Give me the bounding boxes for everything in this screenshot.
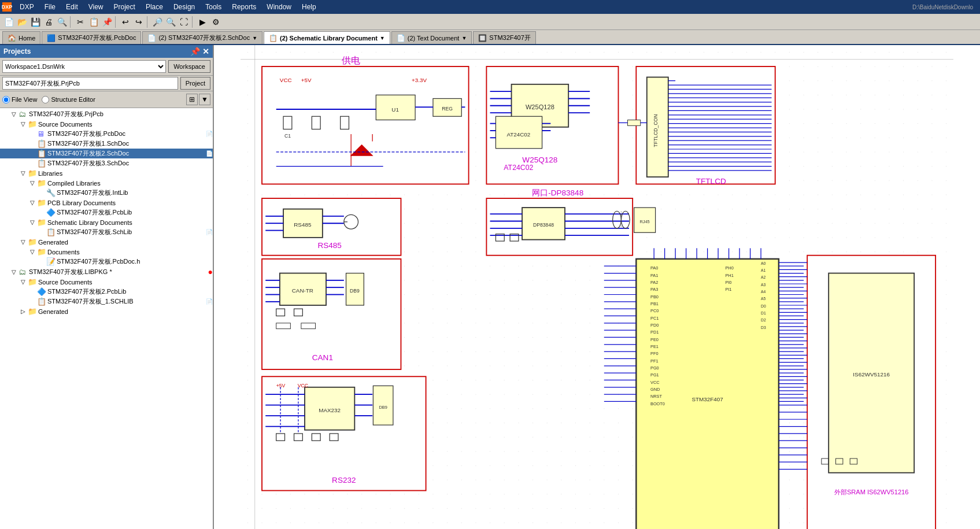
generated-2-label: Generated bbox=[38, 308, 213, 315]
tabbar: 🏠 Home 🟦 STM32F407开发板.PcbDoc 📄 (2) STM32… bbox=[0, 30, 980, 45]
menu-project[interactable]: Project bbox=[109, 2, 140, 12]
tree-schdoc3[interactable]: 📋 STM32F407开发板3.SchDoc bbox=[0, 158, 213, 168]
cut-btn[interactable]: ✂ bbox=[74, 16, 87, 28]
tree-generated-1[interactable]: ▽ 📁 Generated bbox=[0, 237, 213, 247]
tree-schlib[interactable]: 📋 STM32F407开发板.SchLib 📄 bbox=[0, 227, 213, 237]
svg-text:IS62WV51216: IS62WV51216 bbox=[853, 371, 890, 378]
tree-pcbdoc[interactable]: 🖥 STM32F407开发板.PcbDoc 📄 bbox=[0, 129, 213, 139]
svg-text:PF1: PF1 bbox=[650, 358, 659, 364]
sep4 bbox=[192, 16, 194, 28]
main-content: Projects 📌 ✕ Workspace1.DsnWrk Workspace… bbox=[0, 45, 980, 529]
tree-schlib2[interactable]: 📋 STM32F407开发板_1.SCHLIB 📄 bbox=[0, 297, 213, 306]
svg-text:+3.3V: +3.3V bbox=[412, 77, 427, 83]
workspace-button[interactable]: Workspace bbox=[168, 60, 210, 73]
tree-sch-lib-docs[interactable]: ▽ 📁 Schematic Library Documents bbox=[0, 217, 213, 227]
source-docs-1-toggle[interactable]: ▽ bbox=[19, 121, 28, 127]
generated-2-toggle[interactable]: ▷ bbox=[19, 308, 28, 315]
sch-lib-docs-toggle[interactable]: ▽ bbox=[28, 219, 37, 225]
root2-toggle[interactable]: ▽ bbox=[9, 269, 19, 275]
sch-lib-docs-icon: 📁 bbox=[37, 218, 47, 227]
view-icon-btn1[interactable]: ⊞ bbox=[186, 94, 198, 105]
pin-icon[interactable]: 📌 bbox=[190, 47, 200, 56]
close-panel-icon[interactable]: ✕ bbox=[202, 47, 209, 56]
menu-edit[interactable]: Edit bbox=[61, 2, 83, 12]
tree-pcblib[interactable]: 🔷 STM32F407开发板.PcbLib bbox=[0, 208, 213, 217]
generated-1-toggle[interactable]: ▽ bbox=[19, 239, 28, 245]
tree-compiled-libs[interactable]: ▽ 📁 Compiled Libraries bbox=[0, 178, 213, 188]
view-icon-btn2[interactable]: ▼ bbox=[199, 94, 210, 105]
svg-text:PA0: PA0 bbox=[650, 265, 658, 271]
project-input[interactable] bbox=[2, 77, 178, 90]
menu-window[interactable]: Window bbox=[262, 2, 296, 12]
tree-root1[interactable]: ▽ 🗂 STM32F407开发板.PrjPcb bbox=[0, 109, 213, 119]
tree-pcb-lib-docs[interactable]: ▽ 📁 PCB Library Documents bbox=[0, 198, 213, 208]
pcblib-label: STM32F407开发板.PcbLib bbox=[57, 208, 213, 217]
open-btn[interactable]: 📂 bbox=[16, 16, 28, 28]
zoomfit-btn[interactable]: ⛶ bbox=[177, 16, 190, 28]
tree-pcbdoc-h[interactable]: 📝 STM32F407开发板.PcbDoc.h bbox=[0, 257, 213, 267]
run-btn[interactable]: ▶ bbox=[196, 16, 209, 28]
structure-editor-radio[interactable]: Structure Editor bbox=[42, 96, 95, 103]
tab-textdoc[interactable]: 📄 (2) Text Document ▼ bbox=[391, 31, 472, 44]
root1-toggle[interactable]: ▽ bbox=[9, 111, 19, 117]
generated-1-icon: 📁 bbox=[28, 238, 38, 246]
schdoc2-arrow: ▼ bbox=[252, 35, 257, 41]
menu-reports[interactable]: Reports bbox=[227, 2, 261, 12]
menu-file[interactable]: File bbox=[40, 2, 60, 12]
schematic-area[interactable]: 供电 U1 REG C1 bbox=[214, 45, 980, 529]
tree-pcblib2[interactable]: 🔷 STM32F407开发板2.PcbLib bbox=[0, 287, 213, 297]
svg-text:PA2: PA2 bbox=[650, 280, 658, 285]
tree-intlib[interactable]: 🔧 STM32F407开发板.IntLib bbox=[0, 188, 213, 198]
zoomout-btn[interactable]: 🔍 bbox=[164, 16, 177, 28]
tree-root2[interactable]: ▽ 🗂 STM32F407开发板.LIBPKG * ● bbox=[0, 267, 213, 277]
tree-schdoc1[interactable]: 📋 STM32F407开发板1.SchDoc bbox=[0, 139, 213, 149]
source-docs-1-icon: 📁 bbox=[28, 120, 38, 128]
intlib-icon: 🔧 bbox=[46, 188, 57, 197]
svg-text:A0: A0 bbox=[761, 261, 766, 265]
documents-folder-toggle[interactable]: ▽ bbox=[28, 249, 37, 255]
libraries-toggle[interactable]: ▽ bbox=[19, 170, 28, 176]
tree-libraries[interactable]: ▽ 📁 Libraries bbox=[0, 168, 213, 178]
copy-btn[interactable]: 📋 bbox=[87, 16, 100, 28]
tab-home[interactable]: 🏠 Home bbox=[2, 31, 40, 44]
menu-design[interactable]: Design bbox=[169, 2, 199, 12]
menu-view[interactable]: View bbox=[84, 2, 108, 12]
print-btn[interactable]: 🖨 bbox=[42, 16, 55, 28]
tree-generated-2[interactable]: ▷ 📁 Generated bbox=[0, 306, 213, 316]
schlibdoc-icon: 📋 bbox=[269, 34, 278, 42]
source-docs-2-toggle[interactable]: ▽ bbox=[19, 279, 28, 285]
undo-btn[interactable]: ↩ bbox=[119, 16, 132, 28]
tab-schdoc2[interactable]: 📄 (2) STM32F407开发板2.SchDoc ▼ bbox=[142, 31, 262, 44]
menu-tools[interactable]: Tools bbox=[201, 2, 226, 12]
svg-text:PH1: PH1 bbox=[725, 273, 733, 278]
menu-place[interactable]: Place bbox=[141, 2, 168, 12]
svg-text:PI0: PI0 bbox=[725, 280, 731, 285]
pcbdoc-h-icon: 📝 bbox=[46, 257, 57, 266]
menu-dxp[interactable]: DXP bbox=[15, 2, 39, 12]
source-docs-1-label: Source Documents bbox=[38, 121, 213, 128]
tab-stm32[interactable]: 🔲 STM32F407开 bbox=[473, 31, 536, 44]
compiled-libs-toggle[interactable]: ▽ bbox=[28, 180, 37, 186]
compile-btn[interactable]: ⚙ bbox=[209, 16, 222, 28]
save-btn[interactable]: 💾 bbox=[29, 16, 42, 28]
schdoc2-icon: 📋 bbox=[37, 149, 47, 158]
svg-text:供电: 供电 bbox=[342, 55, 360, 65]
new-btn[interactable]: 📄 bbox=[2, 16, 15, 28]
tab-schlibdoc[interactable]: 📋 (2) Schematic Library Document ▼ bbox=[264, 31, 390, 44]
content-area: Projects 📌 ✕ Workspace1.DsnWrk Workspace… bbox=[0, 45, 980, 529]
search-btn[interactable]: 🔍 bbox=[56, 16, 68, 28]
project-button[interactable]: Project bbox=[180, 77, 210, 90]
file-view-radio[interactable]: File View bbox=[2, 96, 37, 103]
menu-help[interactable]: Help bbox=[297, 2, 321, 12]
tree-source-docs-2[interactable]: ▽ 📁 Source Documents bbox=[0, 277, 213, 287]
workspace-select[interactable]: Workspace1.DsnWrk bbox=[2, 60, 166, 73]
zoomin-btn[interactable]: 🔎 bbox=[151, 16, 164, 28]
redo-btn[interactable]: ↪ bbox=[132, 16, 145, 28]
pcb-lib-docs-toggle[interactable]: ▽ bbox=[28, 199, 37, 206]
svg-text:AT24C02: AT24C02 bbox=[506, 131, 530, 138]
paste-btn[interactable]: 📌 bbox=[101, 16, 113, 28]
tree-source-docs-1[interactable]: ▽ 📁 Source Documents bbox=[0, 119, 213, 129]
tree-schdoc2[interactable]: 📋 STM32F407开发板2.SchDoc 📄 bbox=[0, 149, 213, 158]
tab-pcbdoc[interactable]: 🟦 STM32F407开发板.PcbDoc bbox=[42, 31, 141, 44]
tree-documents-folder[interactable]: ▽ 📁 Documents bbox=[0, 247, 213, 257]
